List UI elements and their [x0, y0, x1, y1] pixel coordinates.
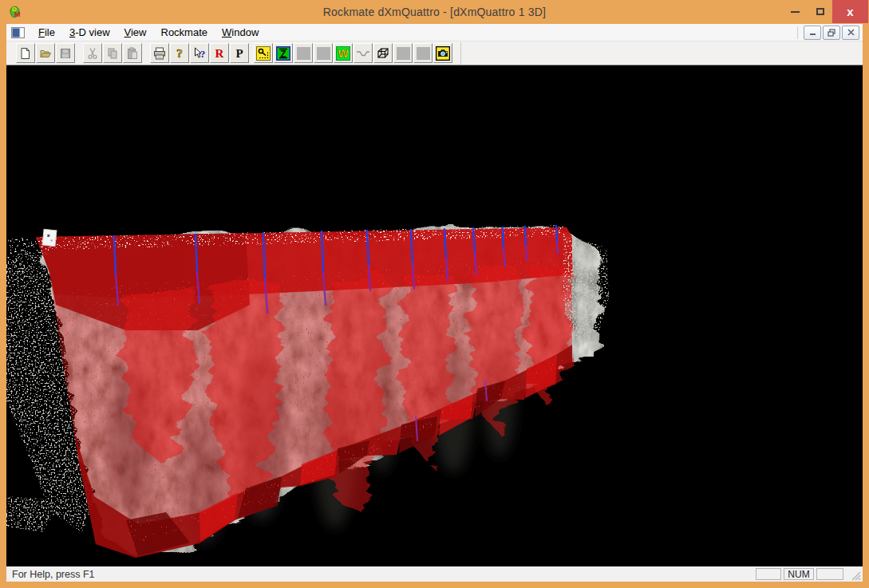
open-folder-icon [39, 47, 52, 60]
minimize-icon [791, 11, 800, 13]
status-pane-1 [756, 568, 781, 580]
help-question-icon: ? [173, 47, 186, 60]
window-title: Rockmate dXmQuattro - [dXmQuattro 1 3D] [0, 6, 869, 18]
open-file-button[interactable] [36, 43, 55, 63]
app-window: D M Rockmate dXmQuattro - [dXmQuattro 1 … [0, 0, 869, 588]
menu-file[interactable]: File [31, 25, 62, 40]
about-help-button[interactable]: ? [170, 43, 189, 63]
menu-rockmate[interactable]: Rockmate [154, 25, 215, 40]
titlebar[interactable]: D M Rockmate dXmQuattro - [dXmQuattro 1 … [0, 0, 869, 24]
camera-icon [436, 46, 450, 61]
save-floppy-icon [59, 47, 72, 60]
viewport-3d[interactable] [6, 65, 863, 566]
paste-clipboard-icon [126, 47, 139, 60]
minimize-button[interactable] [783, 0, 808, 23]
z-section-icon: Z [276, 46, 290, 61]
cut-scissors-icon [86, 47, 99, 60]
mdi-restore-icon [828, 29, 835, 37]
p-letter-icon: P [233, 47, 246, 60]
r-letter-icon: R [213, 47, 226, 60]
profile-view-button[interactable] [354, 43, 373, 63]
close-icon: x [847, 6, 853, 18]
paste-button[interactable] [123, 43, 142, 63]
mdi-divider [797, 26, 798, 39]
statusbar: For Help, press F1 NUM [6, 566, 863, 582]
close-button[interactable]: x [832, 0, 868, 23]
w-letter-icon: W [336, 46, 350, 61]
zoom-window-button[interactable] [254, 43, 273, 63]
copy-button[interactable] [103, 43, 122, 63]
zoom-window-key-icon [256, 46, 271, 61]
window-controls: x [783, 0, 868, 23]
status-message: For Help, press F1 [6, 569, 756, 580]
status-pane-3 [816, 568, 843, 580]
mdi-document-icon[interactable] [11, 27, 25, 38]
mdi-close-button[interactable] [842, 26, 859, 40]
bounding-box-button[interactable] [373, 43, 393, 63]
viewport-scene [6, 65, 863, 566]
disabled-tool-1-button[interactable] [294, 43, 313, 63]
menu-window[interactable]: Window [215, 25, 266, 40]
mdi-restore-button[interactable] [823, 26, 840, 40]
mdi-minimize-icon [809, 29, 816, 36]
disabled-blank-icon [317, 47, 330, 60]
resize-grip[interactable] [850, 570, 862, 582]
profile-dish-icon [356, 46, 370, 61]
cut-button[interactable] [83, 43, 102, 63]
mdi-minimize-button[interactable] [804, 26, 821, 40]
new-document-button[interactable] [16, 43, 35, 63]
disabled-blank-icon [417, 47, 430, 60]
new-document-icon [19, 47, 32, 60]
svg-text:?: ? [176, 47, 183, 60]
printer-icon [153, 47, 166, 60]
disabled-blank-icon [397, 47, 410, 60]
menu-3d-view[interactable]: 3-D view [62, 25, 117, 40]
svg-text:W: W [338, 47, 349, 60]
copy-pages-icon [106, 47, 119, 60]
svg-text:?: ? [200, 48, 205, 59]
w-wireframe-button[interactable]: W [334, 43, 353, 63]
z-section-button[interactable]: Z [274, 43, 293, 63]
snapshot-camera-button[interactable] [433, 43, 452, 63]
context-help-arrow-icon: ? [193, 47, 206, 60]
p-tool-button[interactable]: P [230, 43, 249, 63]
cube-3d-icon [376, 46, 390, 61]
maximize-button[interactable] [808, 0, 832, 23]
survey-marker [42, 229, 57, 247]
r-tool-button[interactable]: R [210, 43, 229, 63]
status-pane-num: NUM [784, 568, 814, 580]
menu-view[interactable]: View [117, 25, 154, 40]
save-file-button[interactable] [56, 43, 75, 63]
mdi-window-controls [797, 24, 863, 41]
disabled-blank-icon [297, 47, 310, 60]
svg-text:R: R [215, 47, 224, 60]
svg-text:Z: Z [280, 48, 286, 59]
disabled-tool-2-button[interactable] [314, 43, 333, 63]
disabled-tool-4-button[interactable] [413, 43, 433, 63]
toolbar-separator [460, 42, 461, 65]
print-button[interactable] [150, 43, 169, 63]
svg-text:P: P [235, 47, 243, 60]
maximize-icon [816, 8, 824, 15]
mdi-close-icon [847, 29, 855, 36]
disabled-tool-3-button[interactable] [393, 43, 413, 63]
menubar: File 3-D view View Rockmate Window [6, 24, 863, 41]
context-help-button[interactable]: ? [190, 43, 209, 63]
toolbar: ? ? R P [6, 41, 863, 65]
